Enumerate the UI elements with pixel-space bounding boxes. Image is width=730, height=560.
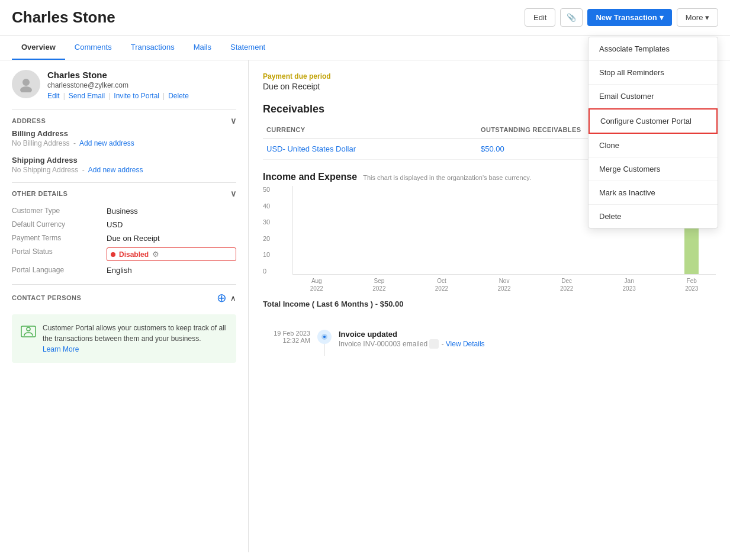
chart-total-value: $50.00 xyxy=(380,300,404,308)
other-details-header[interactable]: OTHER DETAILS ∨ xyxy=(12,182,236,202)
dropdown-item-5[interactable]: Merge Customers xyxy=(588,157,718,181)
add-contact-icon[interactable]: ⊕ xyxy=(217,291,227,305)
chart-x-label: Aug2022 xyxy=(292,277,341,292)
page-title: Charles Stone xyxy=(12,8,525,27)
portal-notice-text: Customer Portal allows your customers to… xyxy=(43,323,228,355)
contact-actions: ⊕ ∧ xyxy=(217,291,236,305)
customer-name: Charles Stone xyxy=(47,70,236,80)
tab-transactions[interactable]: Transactions xyxy=(121,36,184,60)
customer-info: Charles Stone charlesstone@zylker.com Ed… xyxy=(12,70,236,100)
dropdown-item-2[interactable]: Email Customer xyxy=(588,85,718,108)
customer-links: Edit | Send Email | Invite to Portal | D… xyxy=(47,92,236,100)
tab-mails[interactable]: Mails xyxy=(184,36,221,60)
more-arrow-icon: ▾ xyxy=(705,13,709,22)
chart-x-label: Feb2023 xyxy=(667,277,716,292)
activity-section: 19 Feb 202312:32 AMInvoice updatedInvoic… xyxy=(263,323,716,363)
invite-portal-link[interactable]: Invite to Portal xyxy=(114,92,159,100)
gear-icon[interactable]: ⚙ xyxy=(152,250,159,259)
view-details-link[interactable]: View Details xyxy=(446,340,485,348)
address-chevron-icon: ∨ xyxy=(230,116,237,125)
dropdown-item-4[interactable]: Clone xyxy=(588,134,718,157)
page-header: Charles Stone Edit 📎 New Transaction ▾ M… xyxy=(0,0,730,36)
contact-persons-header: CONTACT PERSONS ⊕ ∧ xyxy=(12,284,236,308)
left-panel: Charles Stone charlesstone@zylker.com Ed… xyxy=(0,60,249,552)
chart-x-label: Sep2022 xyxy=(355,277,404,292)
col-currency: CURRENCY xyxy=(263,121,477,139)
chart-y-labels: 01020304050 xyxy=(263,186,270,275)
other-details-grid: Customer Type Business Default Currency … xyxy=(12,207,236,275)
tab-statement[interactable]: Statement xyxy=(221,36,275,60)
dropdown-item-1[interactable]: Stop all Reminders xyxy=(588,61,718,85)
activity-dot-icon xyxy=(317,330,332,344)
shipping-address: Shipping Address No Shipping Address - A… xyxy=(12,156,236,174)
more-dropdown-menu: Associate TemplatesStop all RemindersEma… xyxy=(588,37,718,228)
more-button[interactable]: More ▾ xyxy=(677,8,718,27)
svg-point-3 xyxy=(27,327,30,331)
attachment-button[interactable]: 📎 xyxy=(560,8,583,27)
other-details-chevron-icon: ∨ xyxy=(230,189,237,198)
status-dot-icon xyxy=(111,252,115,257)
shipping-empty: No Shipping Address - Add new address xyxy=(12,166,236,174)
address-section-header[interactable]: ADDRESS ∨ xyxy=(12,110,236,129)
learn-more-link[interactable]: Learn More xyxy=(43,345,79,353)
activity-item: 19 Feb 202312:32 AMInvoice updatedInvoic… xyxy=(263,323,716,363)
chart-x-label: Nov2022 xyxy=(480,277,529,292)
portal-notice: Customer Portal allows your customers to… xyxy=(12,314,236,363)
chart-x-label: Oct2022 xyxy=(417,277,466,292)
send-email-link[interactable]: Send Email xyxy=(69,92,105,100)
add-shipping-address-link[interactable]: Add new address xyxy=(88,166,143,174)
chart-total: Total Income ( Last 6 Months ) - $50.00 xyxy=(263,300,716,308)
edit-button[interactable]: Edit xyxy=(525,8,555,27)
delete-link[interactable]: Delete xyxy=(168,92,189,100)
portal-notice-icon xyxy=(20,323,37,343)
portal-status-badge: Disabled ⚙ xyxy=(107,247,236,261)
dropdown-item-3[interactable]: Configure Customer Portal xyxy=(588,108,718,134)
billing-empty: No Billing Address - Add new address xyxy=(12,139,236,147)
avatar xyxy=(12,70,40,98)
contact-chevron-icon[interactable]: ∧ xyxy=(230,294,236,302)
customer-details: Charles Stone charlesstone@zylker.com Ed… xyxy=(47,70,236,100)
dropdown-item-0[interactable]: Associate Templates xyxy=(588,37,718,61)
dropdown-arrow-icon: ▾ xyxy=(660,13,664,22)
chart-x-label: Dec2022 xyxy=(542,277,591,292)
svg-point-0 xyxy=(22,79,30,86)
tab-overview[interactable]: Overview xyxy=(12,36,65,60)
new-transaction-button[interactable]: New Transaction ▾ xyxy=(587,9,671,26)
svg-point-1 xyxy=(20,86,32,92)
dropdown-item-6[interactable]: Mark as Inactive xyxy=(588,181,718,205)
chart-x-labels: Aug2022Sep2022Oct2022Nov2022Dec2022Jan20… xyxy=(292,277,716,292)
chart-x-label: Jan2023 xyxy=(605,277,654,292)
edit-link[interactable]: Edit xyxy=(47,92,60,100)
header-actions: Edit 📎 New Transaction ▾ More ▾ xyxy=(525,8,718,27)
currency-link[interactable]: USD- United States Dollar xyxy=(266,144,356,153)
add-billing-address-link[interactable]: Add new address xyxy=(79,139,134,147)
tab-comments[interactable]: Comments xyxy=(65,36,121,60)
billing-address: Billing Address No Billing Address - Add… xyxy=(12,129,236,147)
dropdown-item-7[interactable]: Delete xyxy=(588,205,718,228)
svg-point-5 xyxy=(323,336,326,338)
customer-email: charlesstone@zylker.com xyxy=(47,81,236,89)
